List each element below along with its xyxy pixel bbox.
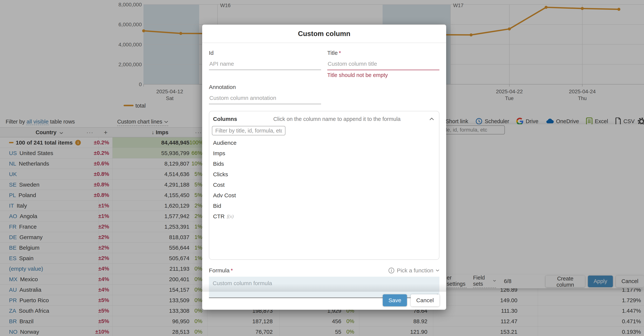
collapse-columns-icon[interactable] [429, 118, 434, 121]
column-item-bid[interactable]: Bid [209, 201, 439, 211]
title-label: Title* [327, 50, 440, 56]
annotation-input[interactable] [209, 90, 321, 104]
column-item-ctr[interactable]: CTRf(x) [209, 211, 439, 222]
pick-function-dropdown[interactable]: Pick a function [388, 267, 440, 274]
id-input[interactable] [209, 56, 321, 70]
column-item-cost[interactable]: Cost [209, 180, 439, 190]
title-error-message: Title should not be empty [327, 72, 440, 78]
columns-filter-input[interactable] [212, 126, 286, 135]
column-item-label: CTR [213, 213, 225, 220]
custom-column-modal: Custom column Id Title* Title should not… [202, 25, 446, 310]
column-item-label: Bid [213, 203, 221, 209]
column-item-label: Adv Cost [213, 192, 236, 199]
modal-title: Custom column [202, 25, 446, 38]
info-icon [388, 267, 394, 274]
column-item-label: Audience [213, 140, 236, 146]
column-item-clicks[interactable]: Clicks [209, 169, 439, 180]
column-item-label: Imps [213, 150, 225, 157]
title-input[interactable] [327, 56, 440, 70]
annotation-label: Annotation [209, 84, 321, 90]
pick-function-label: Pick a function [397, 267, 434, 274]
id-label: Id [209, 50, 321, 56]
modal-cancel-button[interactable]: Cancel [411, 294, 440, 306]
save-button[interactable]: Save [383, 294, 407, 306]
required-asterisk: * [231, 267, 233, 273]
column-item-label: Cost [213, 182, 225, 188]
formula-label: Formula* [209, 267, 233, 274]
divider [202, 43, 446, 43]
required-asterisk: * [339, 50, 341, 56]
column-item-label: Clicks [213, 171, 228, 178]
columns-panel: Columns Click on the column name to appe… [209, 111, 440, 260]
column-item-bids[interactable]: Bids [209, 159, 439, 169]
formula-badge: f(x) [227, 214, 234, 219]
column-item-imps[interactable]: Imps [209, 148, 439, 159]
columns-panel-hint: Click on the column name to append it to… [237, 116, 429, 122]
column-item-label: Bids [213, 161, 224, 167]
column-item-adv-cost[interactable]: Adv Cost [209, 190, 439, 201]
scroll-shadow [202, 283, 446, 292]
columns-panel-title: Columns [213, 116, 237, 122]
column-item-audience[interactable]: Audience [209, 138, 439, 148]
chevron-down-icon [436, 269, 440, 272]
